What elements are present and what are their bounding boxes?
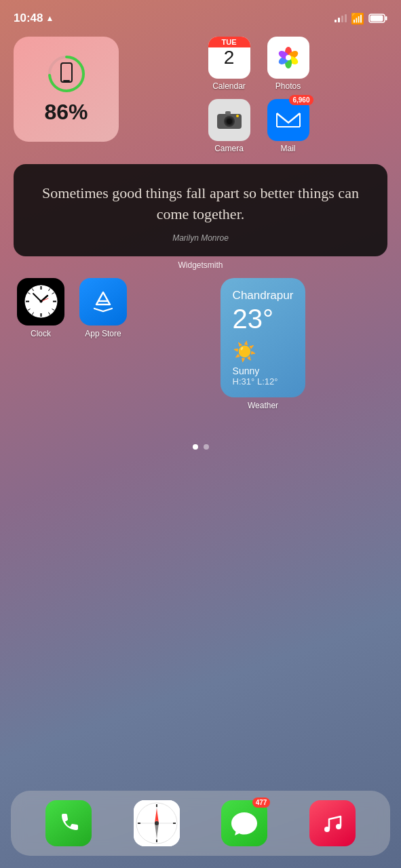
weather-hl: H:31° L:12° xyxy=(233,376,294,387)
battery-percent: 86% xyxy=(44,100,88,125)
calendar-app[interactable]: TUE 2 Calendar xyxy=(204,37,254,91)
signal-icon xyxy=(335,14,347,22)
mail-icon: 6,960 xyxy=(267,99,309,141)
clock-icon xyxy=(17,278,64,326)
safari-dock-icon xyxy=(134,800,180,846)
quote-author: Marilyn Monroe xyxy=(30,233,371,243)
svg-rect-6 xyxy=(63,80,70,81)
phone-dock-item[interactable] xyxy=(45,800,92,846)
mail-app[interactable]: 6,960 Mail xyxy=(263,99,313,153)
status-time: 10:48 ▲ xyxy=(14,12,54,25)
right-apps: TUE 2 Calendar xyxy=(130,37,387,153)
quote-text: Sometimes good things fall apart so bett… xyxy=(30,183,371,225)
dock: 477 xyxy=(11,791,390,856)
calendar-label: Calendar xyxy=(212,81,246,91)
row3: Clock App Store Chandrapur 23° ☀️ Sunny xyxy=(14,278,387,410)
clock-label: Clock xyxy=(31,329,51,338)
app-row-1: TUE 2 Calendar xyxy=(130,37,387,91)
page-dot-1[interactable] xyxy=(193,444,198,450)
music-dock-item[interactable] xyxy=(309,800,356,846)
page-dot-2[interactable] xyxy=(204,444,209,450)
weather-widget-container: Chandrapur 23° ☀️ Sunny H:31° L:12° Weat… xyxy=(138,278,387,410)
widgetsmith-label: Widgetsmith xyxy=(14,260,387,270)
page-dots xyxy=(0,444,401,450)
weather-temp: 23° xyxy=(233,304,294,334)
weather-label: Weather xyxy=(248,401,278,410)
svg-rect-2 xyxy=(370,16,383,22)
row1: 86% TUE 2 Calendar xyxy=(14,37,387,153)
status-bar: 10:48 ▲ 📶 xyxy=(0,0,401,30)
svg-point-19 xyxy=(236,115,239,117)
battery-ring xyxy=(46,54,87,94)
messages-dock-item[interactable]: 477 xyxy=(221,800,267,846)
batteries-widget[interactable]: 86% xyxy=(14,37,119,142)
svg-point-55 xyxy=(324,827,330,832)
camera-app[interactable]: Camera xyxy=(204,99,254,153)
photos-label: Photos xyxy=(275,81,301,91)
mail-label: Mail xyxy=(280,144,295,153)
svg-rect-1 xyxy=(385,16,387,20)
clock-app[interactable]: Clock xyxy=(14,278,68,338)
svg-point-13 xyxy=(286,55,291,60)
appstore-app[interactable]: App Store xyxy=(76,278,130,338)
messages-badge: 477 xyxy=(252,797,271,808)
app-row-2: Camera 6,960 Mail xyxy=(130,99,387,153)
weather-widget[interactable]: Chandrapur 23° ☀️ Sunny H:31° L:12° xyxy=(221,278,306,397)
photos-app[interactable]: Photos xyxy=(263,37,313,91)
appstore-label: App Store xyxy=(85,329,121,338)
safari-dock-item[interactable] xyxy=(134,800,180,846)
time-display: 10:48 xyxy=(14,12,43,25)
svg-point-50 xyxy=(155,821,159,825)
weather-condition: Sunny xyxy=(233,366,294,376)
svg-rect-5 xyxy=(61,63,72,82)
svg-point-41 xyxy=(39,300,42,303)
battery-icon xyxy=(368,14,387,23)
weather-city: Chandrapur xyxy=(233,289,294,302)
location-icon: ▲ xyxy=(45,14,54,23)
weather-sun-icon: ☀️ xyxy=(233,340,294,363)
home-screen: 86% TUE 2 Calendar xyxy=(0,30,401,417)
svg-rect-18 xyxy=(225,111,231,115)
status-icons: 📶 xyxy=(335,12,387,25)
camera-label: Camera xyxy=(214,144,244,153)
music-dock-icon xyxy=(309,800,356,846)
svg-point-56 xyxy=(336,824,341,829)
svg-point-17 xyxy=(227,119,232,124)
camera-icon xyxy=(208,99,250,141)
appstore-icon xyxy=(79,278,127,326)
phone-dock-icon xyxy=(45,800,92,846)
calendar-icon: TUE 2 xyxy=(208,37,250,79)
wifi-icon: 📶 xyxy=(351,12,364,25)
mail-badge: 6,960 xyxy=(289,95,313,105)
photos-icon xyxy=(267,37,309,79)
quote-widget[interactable]: Sometimes good things fall apart so bett… xyxy=(14,164,387,256)
